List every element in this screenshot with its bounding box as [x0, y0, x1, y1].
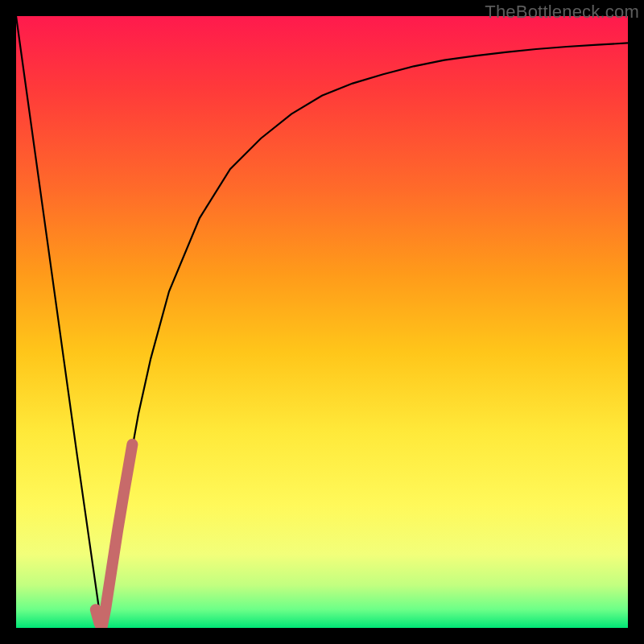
plot-area	[16, 16, 628, 628]
bottleneck-curve	[16, 16, 628, 628]
highlight-segment	[96, 444, 133, 628]
chart-frame: TheBottleneck.com	[0, 0, 644, 644]
curve-layer	[16, 16, 628, 628]
